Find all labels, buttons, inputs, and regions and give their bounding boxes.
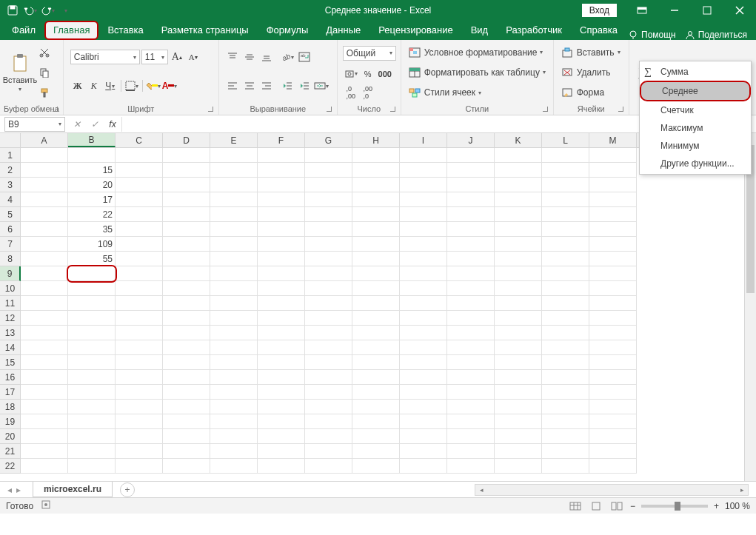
cell[interactable] [210,296,258,311]
cell[interactable] [542,340,589,355]
cell[interactable] [447,385,495,400]
cell[interactable] [589,207,637,222]
cell[interactable] [589,266,637,281]
cell[interactable]: 17 [68,192,116,207]
cell[interactable] [589,355,637,370]
cell[interactable] [210,429,258,444]
cell[interactable] [495,340,542,355]
cell[interactable] [163,163,210,178]
row-header[interactable]: 11 [0,296,21,311]
cell[interactable] [542,429,589,444]
cell[interactable] [495,355,542,370]
cell[interactable] [589,281,637,296]
cell[interactable] [352,237,400,252]
cell[interactable] [352,385,400,400]
cell[interactable] [589,222,637,237]
page-layout-view-icon[interactable] [589,500,603,512]
cell[interactable] [210,237,258,252]
column-header[interactable]: G [305,133,352,147]
cell[interactable] [116,340,163,355]
orientation-icon[interactable]: ab▾ [279,50,295,64]
cell[interactable] [258,429,305,444]
cell[interactable] [210,414,258,429]
cell[interactable] [589,192,637,207]
cell[interactable] [447,163,495,178]
name-box[interactable]: B9▾ [4,117,65,132]
menu-item-count[interactable]: Счетчик [640,101,751,119]
cell[interactable] [116,148,163,163]
cell[interactable] [163,385,210,400]
cell[interactable] [447,355,495,370]
cell[interactable] [447,207,495,222]
row-header[interactable]: 6 [0,222,21,237]
cell[interactable] [210,385,258,400]
cell[interactable] [352,444,400,459]
cell[interactable] [542,222,589,237]
cell[interactable] [447,222,495,237]
cell[interactable] [305,178,352,192]
cell[interactable] [163,266,210,281]
sheet-prev-icon[interactable]: ◂ [7,485,12,495]
cell[interactable] [116,178,163,192]
cell[interactable] [400,252,447,266]
cell[interactable] [589,400,637,414]
cell[interactable] [258,340,305,355]
column-header[interactable]: M [589,133,637,147]
wrap-text-icon[interactable]: ab [296,50,312,64]
cell[interactable] [116,192,163,207]
cell[interactable] [305,148,352,163]
cell[interactable]: 109 [68,237,116,252]
cell[interactable] [68,311,116,326]
cell[interactable] [495,192,542,207]
cell[interactable] [68,326,116,340]
cell[interactable] [68,385,116,400]
cell[interactable] [305,400,352,414]
sheet-tab[interactable]: microexcel.ru [33,482,113,497]
cell[interactable] [542,355,589,370]
cell[interactable] [210,163,258,178]
row-header[interactable]: 20 [0,429,21,444]
row-header[interactable]: 13 [0,326,21,340]
cell[interactable] [352,429,400,444]
menu-item-min[interactable]: Минимум [640,137,751,155]
cell[interactable] [447,178,495,192]
cell[interactable] [447,237,495,252]
tab-review[interactable]: Рецензирование [369,21,461,40]
cell[interactable] [352,414,400,429]
row-header[interactable]: 5 [0,207,21,222]
cell[interactable] [589,148,637,163]
column-header[interactable]: C [116,133,163,147]
cell[interactable] [495,400,542,414]
cell[interactable] [210,400,258,414]
align-middle-icon[interactable] [241,50,258,64]
cell[interactable] [210,222,258,237]
cell[interactable] [495,237,542,252]
cell[interactable] [400,370,447,385]
cell[interactable] [352,370,400,385]
cell[interactable] [495,444,542,459]
cell[interactable] [352,192,400,207]
cell[interactable] [116,266,163,281]
cell[interactable] [68,355,116,370]
cell[interactable] [258,207,305,222]
spreadsheet-grid[interactable]: ABCDEFGHIJKLM 12153204175226357109855910… [0,133,756,481]
format-cells-button[interactable]: Форма [559,84,623,101]
cell[interactable] [305,252,352,266]
cell[interactable] [210,178,258,192]
cell[interactable] [400,429,447,444]
cell[interactable] [589,370,637,385]
cancel-formula-icon[interactable]: ✕ [68,117,86,132]
save-icon[interactable] [4,2,21,18]
cell[interactable] [21,311,68,326]
cell[interactable] [68,414,116,429]
cell[interactable] [447,370,495,385]
cell[interactable] [542,163,589,178]
fx-icon[interactable]: fx [104,117,121,132]
column-header[interactable]: H [352,133,400,147]
tab-insert[interactable]: Вставка [98,21,152,40]
cell[interactable] [589,385,637,400]
cell[interactable] [400,400,447,414]
cell[interactable] [68,266,116,281]
cell[interactable] [163,444,210,459]
cell[interactable] [163,340,210,355]
